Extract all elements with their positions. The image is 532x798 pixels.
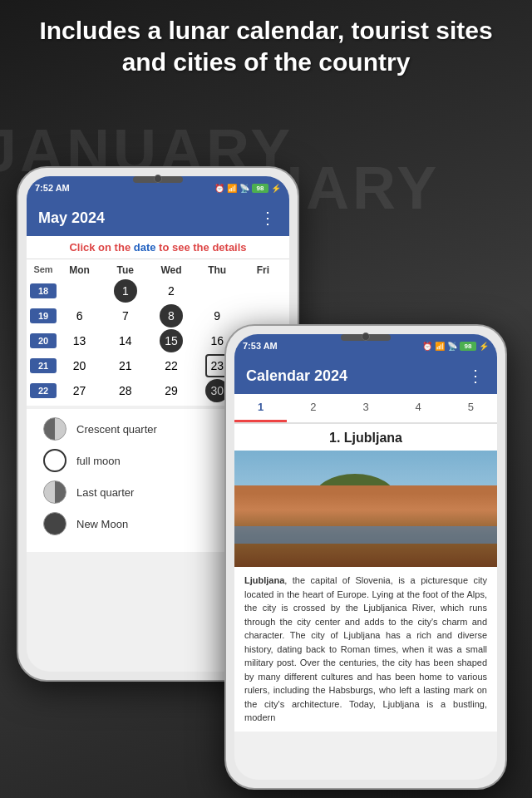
phone2-screen: 7:53 AM ⏰ 📶 📡 98 ⚡ Calendar 2024 ⋮ 1 2 3… (234, 334, 497, 780)
cal-day-22[interactable]: 22 (160, 354, 183, 377)
subtitle-normal: Click on the (69, 241, 133, 254)
week-num-20: 20 (30, 333, 57, 348)
phone1-camera (154, 175, 162, 183)
alarm-icon: ⏰ (214, 184, 224, 193)
subtitle-rest: to see the details (155, 241, 246, 254)
col-sem: Sem (30, 264, 57, 276)
phone2: 7:53 AM ⏰ 📶 📡 98 ⚡ Calendar 2024 ⋮ 1 2 3… (224, 324, 507, 790)
cal-day-15[interactable]: 15 (160, 329, 183, 352)
last-quarter-icon (43, 480, 66, 504)
phone1-app-header: May 2024 ⋮ (27, 200, 289, 236)
cal-day-7[interactable]: 7 (114, 304, 137, 328)
cal-day-empty1 (68, 279, 91, 303)
col-tue: Tue (102, 264, 148, 276)
city-name-bold: Ljubljana (244, 575, 284, 585)
cal-day-9[interactable]: 9 (205, 304, 229, 328)
phone1-status-icons: ⏰ 📶 📡 98 ⚡ (214, 184, 281, 193)
phone2-status-icons: ⏰ 📶 📡 98 ⚡ (422, 342, 489, 351)
phone2-battery-icon: 98 (460, 342, 476, 351)
city-image (234, 451, 497, 567)
last-quarter-label: Last quarter (76, 486, 134, 499)
cal-day-1[interactable]: 1 (114, 279, 137, 303)
city-image-water (234, 526, 497, 544)
cal-day-6[interactable]: 6 (68, 304, 91, 328)
cal-day-13[interactable]: 13 (68, 329, 91, 352)
phone2-wifi-icon: 📡 (447, 342, 457, 351)
phone1-time: 7:52 AM (35, 183, 70, 193)
cal-day-21[interactable]: 21 (114, 354, 137, 377)
week-num-18: 18 (30, 283, 57, 298)
lightning-icon: ⚡ (271, 184, 281, 193)
phone2-signal-icon: 📶 (435, 342, 445, 351)
calendar-week-18: 18 1 2 (30, 279, 286, 303)
col-fri: Fri (240, 264, 286, 276)
phone2-app-header: Calendar 2024 ⋮ (234, 357, 497, 394)
calendar-header-row: Sem Mon Tue Wed Thu Fri (30, 261, 286, 278)
calendar-subtitle: Click on the date to see the details (27, 236, 289, 259)
tabs-bar: 1 2 3 4 5 (234, 394, 497, 424)
phone2-camera (362, 332, 370, 341)
tab-5[interactable]: 5 (445, 394, 497, 422)
cal-day-2[interactable]: 2 (160, 279, 183, 303)
battery-icon: 98 (252, 184, 268, 193)
subtitle-bold: date (134, 241, 156, 254)
col-mon: Mon (57, 264, 102, 276)
wifi-icon: 📡 (239, 184, 249, 193)
cal-day-29[interactable]: 29 (160, 379, 183, 402)
tab-1[interactable]: 1 (234, 394, 287, 422)
phone1-app-title: May 2024 (38, 209, 105, 227)
cal-day-20[interactable]: 20 (68, 354, 91, 377)
cal-day-28[interactable]: 28 (114, 379, 137, 402)
signal-icon: 📶 (227, 184, 237, 193)
crescent-quarter-icon (43, 417, 66, 441)
week-num-22: 22 (30, 383, 57, 398)
tab-2[interactable]: 2 (287, 394, 339, 422)
phone2-lightning-icon: ⚡ (479, 342, 489, 351)
main-header: Includes a lunar calendar, tourist sites… (0, 15, 532, 77)
col-wed: Wed (148, 264, 194, 276)
city-header: 1. Ljubljana (234, 424, 497, 451)
col-thu: Thu (195, 264, 240, 276)
crescent-label: Crescent quarter (76, 423, 157, 436)
cal-day-27[interactable]: 27 (68, 379, 91, 402)
main-title: Includes a lunar calendar, tourist sites… (25, 15, 507, 77)
city-description: Ljubljana, the capital of Slovenia, is a… (234, 567, 497, 732)
phone2-app-title: Calendar 2024 (246, 367, 347, 385)
tab-3[interactable]: 3 (339, 394, 392, 422)
cal-day-empty2 (205, 279, 229, 303)
tab-4[interactable]: 4 (392, 394, 445, 422)
week-num-21: 21 (30, 358, 57, 373)
phone2-menu-button[interactable]: ⋮ (467, 366, 485, 386)
new-moon-icon (43, 512, 66, 535)
cal-day-empty3 (251, 279, 274, 303)
phone2-time: 7:53 AM (243, 341, 278, 351)
cal-day-8[interactable]: 8 (160, 304, 183, 328)
new-moon-label: New Moon (76, 518, 128, 530)
city-desc-text: , the capital of Slovenia, is a pictures… (244, 575, 487, 722)
cal-day-14[interactable]: 14 (114, 329, 137, 352)
full-moon-label: full moon (76, 455, 121, 467)
phone1-menu-button[interactable]: ⋮ (259, 208, 278, 228)
full-moon-icon (43, 449, 66, 472)
phone2-alarm-icon: ⏰ (422, 342, 432, 351)
week-num-19: 19 (30, 308, 57, 323)
